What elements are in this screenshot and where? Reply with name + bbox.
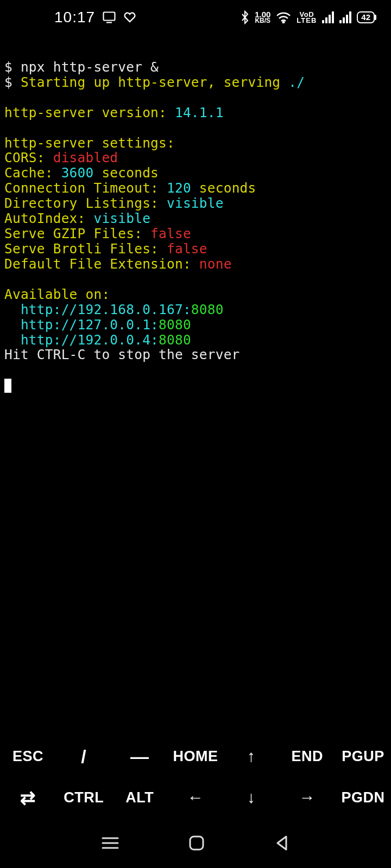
url-1: http://192.168.0.167:: [4, 302, 191, 317]
ext-label: Default File Extension:: [4, 256, 199, 272]
conn-label: Connection Timeout:: [4, 180, 167, 196]
available-header: Available on:: [4, 286, 110, 302]
cache-value: 3600: [61, 165, 102, 181]
key-end[interactable]: END: [279, 748, 335, 765]
key-ctrl[interactable]: CTRL: [56, 789, 112, 806]
key-esc[interactable]: ESC: [0, 748, 56, 765]
key-dash[interactable]: ―: [112, 746, 168, 767]
key-right[interactable]: →: [279, 788, 335, 807]
conn-value: 120: [167, 180, 199, 196]
terminal-key-row: ESC / ― HOME ↑ END PGUP ⇄ CTRL ALT ← ↓ →…: [0, 736, 391, 818]
key-alt[interactable]: ALT: [112, 789, 168, 806]
android-nav-bar: [0, 818, 391, 868]
url-2-port: 8080: [159, 317, 191, 333]
prompt: $: [4, 74, 21, 90]
start-msg: Starting up http-server, serving: [21, 74, 288, 90]
conn-unit: seconds: [199, 180, 256, 196]
nav-back-icon[interactable]: [273, 834, 291, 852]
key-up[interactable]: ↑: [223, 747, 279, 765]
brotli-value: false: [167, 241, 207, 257]
wifi-icon: [276, 11, 291, 23]
status-left: 10:17: [54, 9, 136, 26]
ext-value: none: [199, 256, 232, 272]
prompt: $: [4, 59, 21, 75]
settings-header: http-server settings:: [4, 135, 183, 151]
auto-value: visible: [93, 210, 150, 226]
nav-recent-icon[interactable]: [100, 835, 120, 851]
url-1-port: 8080: [191, 302, 224, 317]
serve-path: ./: [288, 74, 305, 90]
key-row-1: ESC / ― HOME ↑ END PGUP: [0, 736, 391, 777]
bluetooth-icon: [241, 10, 249, 24]
gzip-value: false: [150, 226, 191, 241]
url-3-port: 8080: [159, 332, 191, 348]
cors-label: CORS:: [4, 150, 53, 165]
svg-point-2: [283, 22, 285, 23]
key-left[interactable]: ←: [168, 788, 224, 807]
brotli-label: Serve Brotli Files:: [4, 241, 167, 257]
heart-icon: [123, 11, 136, 23]
version-value: 14.1.1: [175, 105, 224, 120]
svg-rect-6: [190, 837, 203, 850]
auto-label: AutoIndex:: [4, 210, 93, 226]
status-bar: 10:17 1.00 KB/S: [0, 0, 391, 35]
gzip-label: Serve GZIP Files:: [4, 226, 150, 241]
status-clock: 10:17: [54, 9, 95, 26]
key-home[interactable]: HOME: [168, 748, 224, 765]
dir-value: visible: [167, 195, 224, 211]
key-tab[interactable]: ⇄: [0, 787, 56, 808]
svg-rect-0: [104, 12, 115, 21]
version-label: http-server version:: [4, 105, 175, 120]
key-slash[interactable]: /: [56, 746, 112, 767]
terminal-output[interactable]: $ npx http-server & $ Starting up http-s…: [0, 35, 391, 393]
cors-value: disabled: [53, 150, 118, 165]
network-speed: 1.00 KB/S: [255, 11, 270, 24]
signal-icon-1: [322, 11, 334, 23]
cache-unit: seconds: [102, 165, 159, 181]
stop-hint: Hit CTRL-C to stop the server: [4, 347, 240, 362]
url-2: http://127.0.0.1:: [4, 317, 159, 333]
signal-icon-2: [339, 11, 351, 23]
battery-icon: 42: [357, 11, 375, 24]
url-3: http://192.0.0.4:: [4, 332, 159, 348]
key-pgup[interactable]: PGUP: [335, 748, 391, 765]
volte-icon: VoD LTEB: [297, 11, 317, 23]
key-pgdn[interactable]: PGDN: [335, 789, 391, 806]
dir-label: Directory Listings:: [4, 195, 167, 211]
terminal-cursor: [4, 379, 11, 393]
key-down[interactable]: ↓: [223, 788, 279, 807]
key-row-2: ⇄ CTRL ALT ← ↓ → PGDN: [0, 777, 391, 818]
status-right: 1.00 KB/S VoD LTEB 42: [241, 10, 375, 24]
cache-label: Cache:: [4, 165, 61, 181]
cmd-text: npx http-server &: [21, 59, 159, 75]
cast-icon: [103, 11, 116, 23]
nav-home-icon[interactable]: [188, 834, 205, 852]
